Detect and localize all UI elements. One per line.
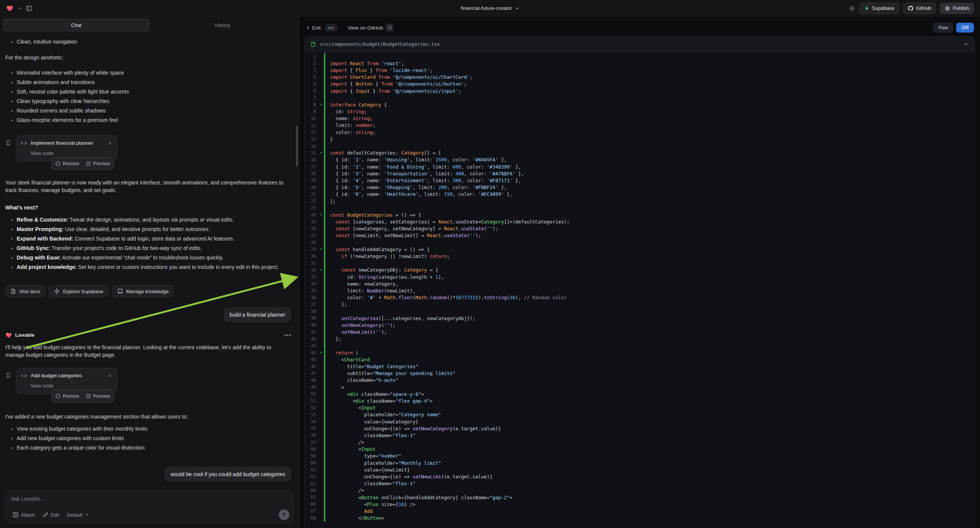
code-line: 3import { Plus } from 'lucide-react';: [305, 67, 974, 73]
bookmark-icon[interactable]: [5, 140, 11, 146]
design-bullet-list: Minimalist interface with plenty of whit…: [5, 69, 291, 124]
code-line: 22];: [305, 198, 974, 205]
fold-chevron-icon[interactable]: ▼: [318, 151, 324, 154]
external-link-icon[interactable]: [386, 24, 394, 32]
chat-tabs: Chat History: [3, 19, 296, 32]
chat-messages[interactable]: Clean, intuitive navigation For the desi…: [0, 32, 299, 487]
next-steps-list: Refine & Customize: Tweak the design, an…: [5, 216, 291, 271]
code-line: 40 setNewCategory('');: [305, 321, 974, 328]
explore-supabase-button[interactable]: Explore Supabase: [49, 285, 108, 297]
ready-paragraph: Your sleek financial planner is now read…: [5, 179, 291, 194]
preview-button[interactable]: Preview: [86, 160, 110, 167]
restore-button[interactable]: Restore: [55, 160, 80, 167]
code-line: 32▼ const newCategoryObj: Category = {: [305, 267, 974, 274]
code-line: 2import React from 'react';: [305, 60, 974, 67]
code-line: 46 title="Budget Categories": [305, 363, 974, 370]
diff-button[interactable]: Diff: [956, 23, 974, 33]
code-line: 45 <ChartCard: [305, 356, 974, 363]
chat-input[interactable]: Ask Lovable...: [11, 496, 288, 502]
code-line: 52 <Input: [305, 404, 974, 411]
chat-scrollbar[interactable]: [296, 126, 298, 167]
code-line: 15▼const defaultCategories: Category[] =…: [305, 149, 974, 156]
chevron-right-icon[interactable]: [107, 373, 113, 379]
code-line: 43: [305, 342, 974, 349]
sidebar-toggle-icon[interactable]: [26, 5, 33, 12]
next-step-item: Refine & Customize: Tweak the design, an…: [17, 216, 291, 223]
chevron-right-icon[interactable]: [107, 140, 113, 146]
more-options-icon[interactable]: •••: [284, 331, 291, 339]
bullet-item: View existing budget categories with the…: [17, 425, 291, 433]
manage-knowledge-button[interactable]: Manage knowledge: [112, 285, 174, 297]
code-line: 11 limit: number;: [305, 122, 974, 129]
code-line: 36 color: '#' + Math.floor(Math.random()…: [305, 294, 974, 301]
code-line: 67 Add: [305, 507, 974, 514]
restore-icon: [55, 394, 60, 399]
chevron-up-icon[interactable]: [963, 41, 969, 47]
file-header[interactable]: src/components/budget/BudgetCategories.t…: [305, 37, 974, 52]
version-card-title: Implement financial planner: [31, 139, 93, 147]
attach-button[interactable]: Attach: [10, 509, 38, 520]
fold-chevron-icon[interactable]: ▼: [318, 103, 324, 106]
mode-select[interactable]: Default: [64, 510, 92, 520]
preview-icon: [86, 394, 91, 399]
tab-chat[interactable]: Chat: [3, 19, 150, 32]
esc-key-badge: esc: [325, 24, 337, 31]
fold-chevron-icon[interactable]: ▼: [318, 213, 324, 216]
code-line: 63 className="flex-1": [305, 480, 974, 487]
code-line: 16 { id: '1', name: 'Housing', limit: 15…: [305, 156, 974, 163]
code-line: 37 };: [305, 301, 974, 308]
supabase-button[interactable]: Supabase: [859, 3, 899, 14]
next-step-item: GitHub Sync: Transfer your project's cod…: [17, 244, 291, 252]
chevron-left-icon: [305, 25, 311, 30]
preview-button[interactable]: Preview: [86, 393, 110, 400]
code-lines[interactable]: 12import React from 'react';3import { Pl…: [305, 52, 974, 528]
next-step-item: Debug with Ease: Activate our experiment…: [17, 254, 291, 261]
version-card-implement-financial-planner[interactable]: Implement financial planner View code Re…: [16, 135, 118, 161]
fold-chevron-icon[interactable]: ▼: [318, 248, 324, 251]
send-button[interactable]: [279, 509, 290, 520]
view-code-link[interactable]: View code: [31, 382, 113, 390]
exit-button[interactable]: Exit: [305, 25, 321, 31]
quick-actions: Visit docs Explore Supabase Manage knowl…: [5, 285, 291, 297]
bookmark-icon[interactable]: [5, 372, 11, 379]
code-line: 53 placeholder="Category name": [305, 411, 974, 418]
github-button[interactable]: GitHub: [903, 3, 936, 14]
added-intro: I've added a new budget categories manag…: [5, 413, 291, 420]
code-line: 54 value={newCategory}: [305, 418, 974, 425]
code-line: 12 color: string;: [305, 129, 974, 135]
fold-chevron-icon[interactable]: ▼: [318, 351, 324, 354]
edit-button[interactable]: Edit: [40, 509, 62, 520]
bullet-item: Rounded corners and subtle shadows: [17, 107, 291, 115]
topbar: financial-future-creator Supabase GitHub…: [0, 0, 980, 17]
view-on-github-button[interactable]: View on GitHub: [348, 24, 394, 32]
code-line: 49 >: [305, 384, 974, 391]
publish-button[interactable]: Publish: [940, 3, 974, 14]
project-switcher[interactable]: financial-future-creator: [461, 5, 519, 11]
fold-chevron-icon[interactable]: ▼: [318, 269, 324, 272]
chevron-down-icon: [84, 512, 89, 517]
globe-icon: [945, 6, 950, 11]
file-path: src/components/budget/BudgetCategories.t…: [320, 41, 440, 47]
lovable-logo-heart-icon[interactable]: [6, 5, 14, 12]
tab-history[interactable]: History: [150, 19, 296, 32]
version-card-add-budget-categories[interactable]: Add budget categories View code Restore: [16, 368, 118, 394]
settings-gear-icon[interactable]: [848, 5, 855, 12]
bullet-item: Subtle animations and transitions: [17, 78, 291, 86]
logo-chevron-down-icon[interactable]: [18, 6, 22, 11]
restore-button[interactable]: Restore: [55, 393, 80, 400]
code-icon: [21, 373, 27, 379]
view-code-link[interactable]: View code: [31, 149, 113, 157]
version-card-actions: Restore Preview: [51, 390, 114, 402]
code-line: 28: [305, 239, 974, 246]
raw-button[interactable]: Raw: [933, 23, 953, 33]
bullet-item: Soft, neutral color palette with light b…: [17, 88, 291, 95]
code-line: 26 const [newCategory, setNewCategory] =…: [305, 225, 974, 232]
next-step-item: Add project knowledge: Set key context o…: [17, 263, 291, 271]
composer: Ask Lovable... Attach Edit Default: [5, 491, 294, 523]
code-line: 48 className="h-auto": [305, 377, 974, 384]
code-line: 7: [305, 94, 974, 101]
code-line: 58 <Input: [305, 446, 974, 453]
visit-docs-button[interactable]: Visit docs: [5, 285, 45, 297]
next-step-item: Master Prompting: Use clear, detailed, a…: [17, 225, 291, 233]
attach-image-icon: [13, 512, 19, 518]
